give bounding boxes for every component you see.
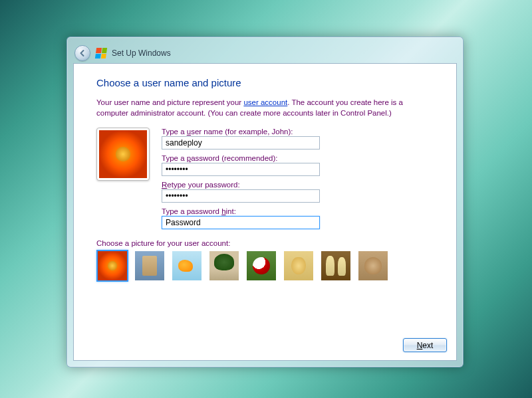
intro-text: Your user name and picture represent you… (96, 98, 434, 118)
picture-option-kitten[interactable] (357, 250, 389, 282)
chess-icon (321, 251, 350, 280)
kitten-icon (358, 251, 388, 280)
back-button[interactable] (74, 45, 90, 61)
back-arrow-icon (78, 49, 86, 57)
soccer-ball-icon (247, 251, 276, 280)
password-hint-input[interactable] (162, 216, 320, 229)
picture-option-soccer-ball[interactable] (245, 250, 277, 282)
choose-picture-label: Choose a picture for your user account: (96, 239, 434, 247)
avatar-preview (96, 128, 150, 181)
robot-icon (135, 251, 164, 280)
form-area: Type a user name (for example, John): Ty… (96, 128, 434, 234)
user-account-link[interactable]: user account (243, 98, 287, 106)
windows-logo-icon (95, 48, 107, 58)
footer: Next (403, 338, 447, 352)
username-input[interactable] (162, 136, 320, 149)
retype-label: Retype your password: (162, 181, 434, 189)
page-heading: Choose a user name and picture (96, 77, 434, 88)
picture-option-goldfish[interactable] (171, 250, 203, 282)
picture-option-puppy[interactable] (283, 250, 315, 282)
picture-option-bonsai[interactable] (208, 250, 240, 282)
hint-label: Type a password hint: (162, 207, 434, 215)
avatar-preview-image (99, 130, 147, 178)
picture-strip (96, 250, 434, 282)
flower-icon (98, 251, 127, 280)
password-input[interactable] (162, 163, 320, 176)
puppy-icon (284, 251, 313, 280)
picture-option-robot[interactable] (134, 250, 166, 282)
picture-option-flower[interactable] (96, 250, 128, 282)
password-label: Type a password (recommended): (162, 154, 434, 162)
next-button[interactable]: Next (403, 338, 447, 352)
bonsai-icon (209, 251, 239, 280)
titlebar: Set Up Windows (73, 43, 457, 63)
fields: Type a user name (for example, John): Ty… (162, 128, 434, 234)
picture-option-chess[interactable] (320, 250, 352, 282)
goldfish-icon (172, 251, 201, 280)
setup-window: Set Up Windows Choose a user name and pi… (66, 37, 464, 367)
username-label: Type a user name (for example, John): (162, 128, 434, 136)
window-title: Set Up Windows (112, 49, 171, 58)
content-panel: Choose a user name and picture Your user… (73, 63, 457, 361)
retype-password-input[interactable] (162, 189, 320, 203)
